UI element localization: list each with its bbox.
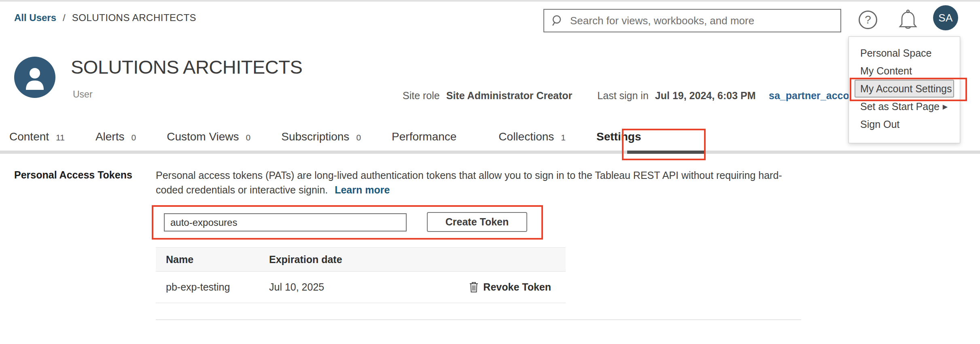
tab-count: 0 xyxy=(246,133,251,142)
tableau-user-settings-page: All Users / SOLUTIONS ARCHITECTS ? SA Pe… xyxy=(0,0,980,344)
revoke-token-button[interactable]: Revoke Token xyxy=(469,281,551,293)
column-header-name: Name xyxy=(156,254,269,265)
submenu-arrow-icon: ▶ xyxy=(943,103,948,110)
help-icon[interactable]: ? xyxy=(859,11,877,29)
tab-count: 1 xyxy=(561,133,566,142)
pat-description: Personal access tokens (PATs) are long-l… xyxy=(156,168,803,197)
tab-count: 0 xyxy=(356,133,361,142)
search-input[interactable] xyxy=(569,14,840,28)
profile-avatar xyxy=(14,57,55,98)
active-tab-underline xyxy=(627,151,704,154)
breadcrumb-all-users-link[interactable]: All Users xyxy=(14,12,56,23)
menu-item-label: My Content xyxy=(860,65,912,77)
tab-label: Custom Views xyxy=(167,130,239,143)
token-name-input[interactable] xyxy=(164,213,407,231)
column-header-expiration: Expiration date xyxy=(269,254,443,265)
menu-item-sign-out[interactable]: Sign Out xyxy=(849,115,960,133)
token-name-cell: pb-exp-testing xyxy=(156,281,269,293)
menu-item-my-content[interactable]: My Content xyxy=(849,62,960,80)
help-glyph: ? xyxy=(865,13,871,26)
tab-label: Settings xyxy=(596,130,641,143)
tab-label: Performance xyxy=(392,130,456,143)
tab-count: 0 xyxy=(131,133,136,142)
tabbar-track xyxy=(0,151,980,154)
user-avatar-button[interactable]: SA xyxy=(933,5,958,30)
last-sign-in-value: Jul 19, 2024, 6:03 PM xyxy=(655,90,756,102)
top-divider xyxy=(0,0,980,2)
page-title: SOLUTIONS ARCHITECTS xyxy=(71,56,302,78)
menu-item-set-as-start-page[interactable]: Set as Start Page ▶ xyxy=(849,98,960,115)
person-icon xyxy=(14,57,55,98)
tab-collections[interactable]: Collections 1 xyxy=(498,130,566,143)
profile-tabs: Content 11 Alerts 0 Custom Views 0 Subsc… xyxy=(9,130,672,143)
token-table: Name Expiration date pb-exp-testing Jul … xyxy=(156,247,566,303)
menu-item-label: Personal Space xyxy=(860,47,932,59)
menu-item-personal-space[interactable]: Personal Space xyxy=(849,44,960,62)
token-expiration-cell: Jul 10, 2025 xyxy=(269,281,443,293)
account-username-link[interactable]: sa_partner_accou xyxy=(769,90,855,102)
tab-custom-views[interactable]: Custom Views 0 xyxy=(167,130,250,143)
tab-label: Subscriptions xyxy=(281,130,349,143)
menu-item-label: My Account Settings xyxy=(860,83,952,95)
last-sign-in-label: Last sign in xyxy=(597,90,648,102)
menu-item-label: Sign Out xyxy=(860,119,899,130)
table-row: pb-exp-testing Jul 10, 2025 Revoke Token xyxy=(156,272,566,303)
breadcrumb-separator: / xyxy=(63,12,66,23)
account-menu: Personal Space My Content My Account Set… xyxy=(848,36,960,143)
site-role-value: Site Administrator Creator xyxy=(446,90,573,102)
profile-subtitle: User xyxy=(73,89,93,100)
avatar-initials: SA xyxy=(938,12,953,24)
menu-item-my-account-settings[interactable]: My Account Settings xyxy=(855,80,954,98)
token-action-cell: Revoke Token xyxy=(443,281,566,293)
revoke-token-label: Revoke Token xyxy=(483,281,551,293)
tab-performance[interactable]: Performance xyxy=(392,130,456,143)
pat-description-text: Personal access tokens (PATs) are long-l… xyxy=(156,170,782,195)
tab-settings[interactable]: Settings xyxy=(596,130,641,143)
tab-content[interactable]: Content 11 xyxy=(9,130,65,143)
learn-more-link[interactable]: Learn more xyxy=(335,184,390,195)
create-token-button[interactable]: Create Token xyxy=(427,212,527,232)
tab-subscriptions[interactable]: Subscriptions 0 xyxy=(281,130,361,143)
tab-alerts[interactable]: Alerts 0 xyxy=(95,130,136,143)
tab-label: Content xyxy=(9,130,49,143)
menu-item-label: Set as Start Page xyxy=(860,101,940,113)
section-divider xyxy=(156,319,801,320)
token-table-header: Name Expiration date xyxy=(156,247,566,272)
pat-section-heading: Personal Access Tokens xyxy=(14,169,132,181)
search-icon xyxy=(552,15,564,27)
tab-label: Collections xyxy=(498,130,554,143)
notifications-bell-icon[interactable] xyxy=(897,9,918,32)
breadcrumb-current: SOLUTIONS ARCHITECTS xyxy=(72,12,196,23)
search-bar[interactable] xyxy=(543,9,841,32)
profile-meta: Site role Site Administrator Creator Las… xyxy=(403,90,756,102)
breadcrumb: All Users / SOLUTIONS ARCHITECTS xyxy=(14,12,196,23)
site-role-label: Site role xyxy=(403,90,440,102)
tab-count: 11 xyxy=(56,133,65,142)
trash-icon xyxy=(469,282,478,293)
tab-label: Alerts xyxy=(95,130,125,143)
